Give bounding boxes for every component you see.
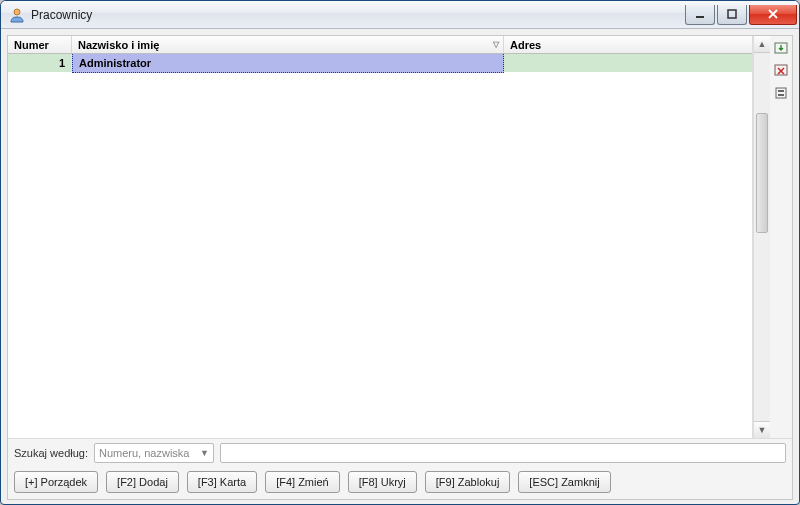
side-toolbar (770, 36, 792, 438)
svg-rect-6 (778, 90, 784, 92)
sort-indicator-icon: ▽ (493, 40, 499, 49)
app-icon (9, 7, 25, 23)
scroll-track[interactable] (754, 53, 770, 421)
scroll-thumb[interactable] (756, 113, 768, 233)
ukryj-button[interactable]: [F8] Ukryj (348, 471, 417, 493)
zablokuj-button[interactable]: [F9] Zablokuj (425, 471, 511, 493)
cell-numer: 1 (8, 54, 72, 72)
dodaj-button[interactable]: [F2] Dodaj (106, 471, 179, 493)
column-header-nazwisko[interactable]: Nazwisko i imię ▽ (72, 36, 504, 53)
maximize-button[interactable] (717, 5, 747, 25)
delete-icon[interactable] (772, 62, 790, 80)
close-button[interactable] (749, 5, 797, 25)
cell-nazwisko: Administrator (72, 54, 504, 73)
zmien-button[interactable]: [F4] Zmień (265, 471, 340, 493)
svg-rect-7 (778, 94, 784, 96)
search-mode-combo[interactable]: Numeru, nazwiska ▼ (94, 443, 214, 463)
scroll-down-icon[interactable]: ▼ (754, 421, 770, 438)
grid-header: Numer Nazwisko i imię ▽ Adres (8, 36, 752, 54)
title-bar[interactable]: Pracownicy (1, 1, 799, 29)
svg-point-0 (14, 9, 20, 15)
svg-rect-1 (696, 16, 704, 18)
settings-icon[interactable] (772, 84, 790, 102)
table-row[interactable]: 1 Administrator (8, 54, 752, 72)
vertical-scrollbar[interactable]: ▲ ▼ (753, 36, 770, 438)
search-input[interactable] (220, 443, 786, 463)
client-area: Numer Nazwisko i imię ▽ Adres 1 Administ… (7, 35, 793, 500)
scroll-up-icon[interactable]: ▲ (754, 36, 770, 53)
chevron-down-icon: ▼ (200, 448, 209, 458)
search-row: Szukaj według: Numeru, nazwiska ▼ (8, 438, 792, 467)
window-controls (685, 5, 797, 25)
grid-body: 1 Administrator (8, 54, 752, 438)
column-header-numer[interactable]: Numer (8, 36, 72, 53)
search-label: Szukaj według: (14, 447, 88, 459)
zamknij-button[interactable]: [ESC] Zamknij (518, 471, 610, 493)
employees-grid[interactable]: Numer Nazwisko i imię ▽ Adres 1 Administ… (8, 36, 753, 438)
porzadek-button[interactable]: [+] Porządek (14, 471, 98, 493)
window-frame: Pracownicy Numer Nazwisko i imię ▽ Adres (0, 0, 800, 505)
button-bar: [+] Porządek [F2] Dodaj [F3] Karta [F4] … (8, 467, 792, 499)
column-header-adres[interactable]: Adres (504, 36, 752, 53)
svg-rect-5 (776, 88, 786, 98)
minimize-button[interactable] (685, 5, 715, 25)
export-icon[interactable] (772, 40, 790, 58)
window-title: Pracownicy (31, 8, 685, 22)
svg-rect-2 (728, 10, 736, 18)
cell-adres (504, 54, 752, 72)
karta-button[interactable]: [F3] Karta (187, 471, 257, 493)
